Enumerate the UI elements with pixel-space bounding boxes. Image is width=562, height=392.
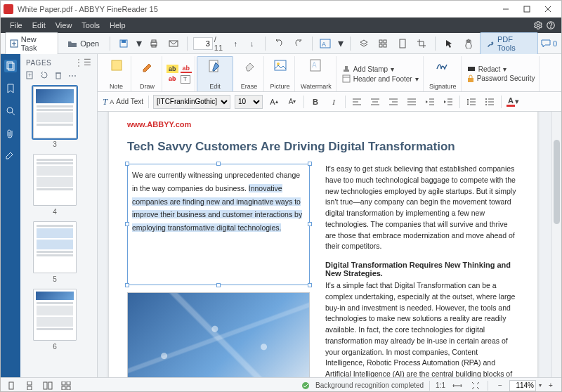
save-dropdown[interactable]: ▾ — [136, 36, 143, 51]
new-icon — [10, 39, 18, 48]
save-button[interactable] — [116, 36, 131, 51]
right-para-2[interactable]: It's a simple fact that Digital Transfor… — [325, 280, 519, 377]
grow-font-button[interactable]: A▴ — [267, 95, 281, 109]
size-select[interactable]: 10 — [235, 95, 263, 109]
pdf-tools-label: PDF Tools — [497, 35, 532, 52]
list-button[interactable] — [483, 95, 497, 109]
zoom-value[interactable] — [509, 380, 536, 391]
thumb-6[interactable]: 6 — [33, 289, 77, 351]
hand-tool[interactable] — [461, 36, 476, 51]
open-button[interactable]: Open — [63, 37, 104, 51]
redact-button[interactable]: Redact ▾ — [467, 65, 535, 73]
thumb-5[interactable]: 5 — [33, 221, 77, 283]
ocr-button[interactable]: A — [318, 36, 334, 51]
header-footer-button[interactable]: Header and Footer ▾ — [342, 74, 419, 83]
strike-red[interactable]: ab — [166, 75, 178, 84]
pointer-tool[interactable] — [441, 36, 457, 51]
scroll-thumb[interactable] — [554, 140, 560, 224]
redo-button[interactable] — [291, 36, 306, 51]
shrink-font-button[interactable]: A▾ — [285, 95, 299, 109]
zoom-dropdown[interactable]: ▾ — [539, 382, 542, 388]
delete-page-icon[interactable] — [54, 71, 64, 81]
menu-help[interactable]: Help — [105, 18, 131, 33]
new-task-button[interactable]: New Task — [5, 32, 58, 55]
menu-view[interactable]: View — [51, 18, 77, 33]
font-color-button[interactable]: A ▾ — [506, 95, 520, 109]
line-spacing-button[interactable] — [464, 95, 478, 109]
view-continuous-icon[interactable] — [23, 379, 36, 392]
highlight-yellow[interactable]: ab — [166, 65, 178, 73]
thumb-4[interactable]: 4 — [33, 154, 77, 216]
outdent-button[interactable] — [423, 95, 437, 109]
menu-file[interactable]: File — [5, 18, 27, 33]
add-stamp-button[interactable]: Add Stamp ▾ — [342, 65, 419, 73]
maximize-button[interactable] — [516, 1, 537, 17]
password-security-button[interactable]: Password Security — [467, 74, 535, 83]
ocr-dropdown[interactable]: ▾ — [337, 36, 344, 51]
undo-button[interactable] — [271, 36, 287, 51]
menu-edit[interactable]: Edit — [27, 18, 51, 33]
ribbon-signature[interactable]: Signature — [425, 56, 462, 91]
vertical-scrollbar[interactable] — [551, 112, 561, 377]
svg-point-66 — [485, 104, 487, 105]
help-icon[interactable] — [544, 19, 557, 32]
align-justify-button[interactable] — [405, 95, 419, 109]
pages-more-icon[interactable]: ⋯ — [68, 71, 77, 81]
page-down-button[interactable]: ↓ — [244, 36, 259, 51]
layers-button[interactable] — [356, 36, 372, 51]
comments-count: 0 — [553, 39, 557, 48]
comments-button[interactable]: 0 — [541, 39, 557, 48]
font-select[interactable]: [ITCFranklinGothic] — [153, 95, 230, 109]
close-button[interactable] — [537, 1, 558, 17]
settings-icon[interactable] — [532, 19, 544, 32]
view-two-icon[interactable] — [41, 379, 54, 392]
add-page-icon[interactable]: + — [26, 71, 36, 81]
svg-rect-22 — [400, 39, 405, 48]
ribbon-erase[interactable]: Erase — [235, 56, 264, 91]
right-subhead[interactable]: Digital Transformation Requires New Thin… — [325, 261, 519, 277]
picture-icon — [273, 58, 288, 73]
ribbon-note[interactable]: Note — [102, 56, 131, 91]
italic-button[interactable]: I — [327, 95, 341, 109]
align-center-button[interactable] — [368, 95, 382, 109]
right-para-1[interactable]: It's easy to get stuck believing that es… — [325, 164, 519, 252]
tab-search-icon[interactable] — [4, 105, 17, 117]
grid-icon[interactable] — [375, 36, 391, 51]
view-single-icon[interactable] — [5, 379, 18, 392]
ribbon-edit[interactable]: Edit — [197, 56, 233, 91]
pdf-tools-button[interactable]: PDF Tools — [480, 32, 537, 55]
page-current-input[interactable] — [193, 37, 213, 50]
fit-width-icon[interactable] — [451, 379, 464, 392]
zoom-in-button[interactable]: + — [544, 379, 557, 392]
menu-tools[interactable]: Tools — [77, 18, 105, 33]
mail-button[interactable] — [166, 36, 181, 51]
tab-bookmarks-icon[interactable] — [4, 82, 17, 95]
page-up-button[interactable]: ↑ — [228, 36, 243, 51]
view-two-cont-icon[interactable] — [60, 379, 72, 392]
indent-button[interactable] — [441, 95, 455, 109]
add-text-button[interactable]: TA Add Text — [102, 95, 144, 109]
thumb-3[interactable]: 3 — [33, 86, 77, 148]
tab-pages-icon[interactable] — [4, 60, 17, 72]
tab-signatures-icon[interactable] — [4, 150, 17, 162]
zoom-out-button[interactable]: − — [494, 379, 507, 392]
underline-red[interactable]: ab — [181, 65, 192, 73]
ribbon-draw[interactable]: Draw — [133, 56, 162, 91]
zoom-ratio[interactable]: 1:1 — [436, 381, 445, 389]
tab-attachments-icon[interactable] — [4, 127, 17, 140]
crop-icon[interactable] — [414, 36, 430, 51]
ribbon-watermark[interactable]: A Watermark — [296, 56, 336, 91]
ribbon-picture[interactable]: Picture — [266, 56, 295, 91]
fit-page-icon[interactable] — [469, 379, 482, 392]
minimize-button[interactable] — [495, 1, 516, 17]
align-left-button[interactable] — [350, 95, 364, 109]
viewport[interactable]: www.ABBYY.com Tech Savvy Customers Are D… — [98, 112, 561, 377]
align-right-button[interactable] — [386, 95, 400, 109]
text-edit-box[interactable]: We are currently witnessing unprecedente… — [127, 164, 310, 285]
print-button[interactable] — [147, 36, 162, 51]
page-icon[interactable] — [395, 36, 410, 51]
rotate-icon[interactable] — [40, 71, 50, 81]
pages-menu-icon[interactable]: ⋮☰ — [74, 58, 91, 67]
bold-button[interactable]: B — [308, 95, 322, 109]
textbox-tool[interactable]: T — [181, 75, 190, 84]
